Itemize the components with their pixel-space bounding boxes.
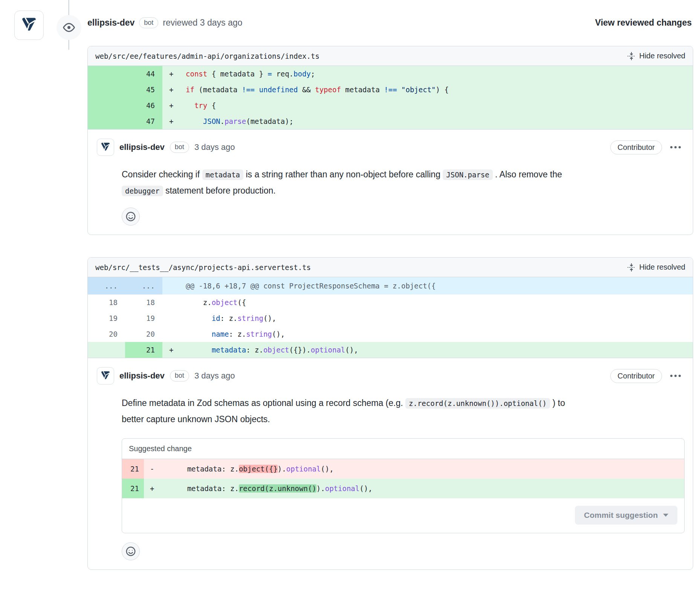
code-segment: parse: [225, 117, 246, 125]
comment-bot-badge: bot: [170, 142, 189, 153]
reaction-smiley-button[interactable]: [122, 208, 140, 226]
diff-marker: +: [162, 113, 180, 129]
diff-marker: +: [144, 479, 161, 498]
line-number: 21: [122, 459, 144, 479]
code-segment: record(z.unknown(): [239, 484, 316, 493]
line-number-old: ...: [88, 277, 125, 294]
code-segment: id: [212, 314, 220, 322]
review-action: reviewed 3 days ago: [163, 18, 242, 28]
ellipsis-logo-icon: [99, 141, 112, 153]
code-segment: optional: [325, 484, 360, 493]
suggestion-diff: 21- metadata: z.object({}).optional(),21…: [122, 459, 684, 498]
diff-row: 2020 name: z.string(),: [88, 326, 693, 342]
line-number-old: [88, 113, 125, 129]
code-segment: object: [263, 346, 289, 354]
code-segment: (metadata);: [246, 117, 293, 125]
hide-resolved-button[interactable]: Hide resolved: [627, 52, 685, 60]
comment-body: Consider checking if metadata is a strin…: [122, 166, 684, 198]
kebab-menu-button[interactable]: [667, 142, 684, 152]
suggestion-header: Suggested change: [122, 439, 684, 459]
review-author[interactable]: ellipsis-dev: [87, 18, 134, 28]
diff-marker: -: [144, 459, 161, 479]
diff-row: 45+if (metadata !== undefined && typeof …: [88, 82, 693, 98]
fold-icon: [627, 52, 636, 60]
comment-header: ellipsis-dev bot 3 days ago Contributor: [97, 139, 684, 156]
line-number-new: ...: [125, 277, 162, 294]
diff-table: 44+const { metadata } = req.body;45+if (…: [88, 66, 693, 129]
diff-row: 44+const { metadata } = req.body;: [88, 66, 693, 82]
line-number-new: 18: [125, 294, 162, 310]
diff-marker: [162, 310, 180, 326]
comment-text-segment: Define metadata in Zod schemas as option…: [122, 398, 405, 408]
code-segment: optional: [286, 465, 321, 473]
code-segment: (),: [263, 314, 276, 322]
file-path[interactable]: web/src/__tests__/async/projects-api.ser…: [95, 263, 311, 272]
code-segment: metadata: z.: [161, 465, 239, 473]
code-segment: [397, 85, 401, 94]
ellipsis-logo-icon: [19, 15, 39, 35]
hide-resolved-button[interactable]: Hide resolved: [627, 263, 685, 272]
diff-marker: +: [162, 342, 180, 358]
comment-avatar[interactable]: [97, 367, 114, 385]
code-segment: [186, 346, 212, 354]
contributor-badge: Contributor: [610, 140, 662, 154]
comment-header: ellipsis-dev bot 3 days ago Contributor: [97, 367, 684, 385]
code-segment: [186, 314, 212, 322]
inline-code: debugger: [122, 186, 163, 196]
reaction-smiley-button[interactable]: [122, 542, 140, 560]
comment-timestamp[interactable]: 3 days ago: [194, 142, 235, 152]
comment-text-segment: better capture unknown JSON objects.: [122, 414, 270, 424]
code-segment: try: [194, 101, 207, 110]
hide-resolved-label: Hide resolved: [639, 263, 685, 272]
diff-marker: +: [162, 66, 180, 82]
code-segment: (metadata: [194, 85, 242, 94]
comment-avatar[interactable]: [97, 139, 114, 156]
line-number-old: [88, 98, 125, 113]
kebab-menu-button[interactable]: [667, 371, 684, 381]
commit-suggestion-button[interactable]: Commit suggestion: [575, 506, 677, 525]
line-number-new: 46: [125, 98, 162, 113]
comment-text-segment: Consider checking if: [122, 169, 202, 179]
comment-author[interactable]: ellipsis-dev: [119, 142, 165, 152]
hunk-row: ......@@ -18,6 +18,7 @@ const ProjectRes…: [88, 277, 693, 294]
code-segment: [186, 101, 194, 110]
pr-review-timeline: ellipsis-dev bot reviewed 3 days ago Vie…: [0, 0, 700, 589]
diff-marker: [162, 294, 180, 310]
view-reviewed-changes-link[interactable]: View reviewed changes: [595, 18, 692, 28]
code-segment: (),: [272, 330, 285, 338]
comment-text-segment: is a string rather than any non-object b…: [243, 169, 443, 179]
line-number: 21: [122, 479, 144, 498]
code-segment: .: [220, 117, 225, 125]
code-line: metadata: z.object({}).optional(),: [161, 459, 684, 479]
code-segment: const: [186, 70, 207, 78]
code-segment: &&: [298, 85, 315, 94]
suggestion-box: Suggested change 21- metadata: z.object(…: [122, 438, 685, 533]
diff-row: 1818 z.object({: [88, 294, 693, 310]
line-number-old: [88, 66, 125, 82]
comment-timestamp[interactable]: 3 days ago: [194, 371, 235, 381]
dropdown-caret-icon: [663, 514, 668, 517]
code-segment: name: [212, 330, 229, 338]
comment-author[interactable]: ellipsis-dev: [119, 371, 165, 381]
review-comment: ellipsis-dev bot 3 days ago Contributor …: [88, 358, 693, 569]
comment-text-segment: . Also remove the: [493, 169, 562, 179]
line-number-new: 44: [125, 66, 162, 82]
code-segment: ;: [311, 70, 315, 78]
code-segment: {: [207, 101, 216, 110]
review-avatar[interactable]: [14, 11, 44, 40]
file-path[interactable]: web/src/ee/features/admin-api/organizati…: [95, 52, 319, 60]
code-segment: ).: [316, 484, 325, 493]
diff-marker: [162, 277, 180, 294]
smiley-icon: [125, 546, 136, 557]
diff-row: 21+ metadata: z.object({}).optional(),: [88, 342, 693, 358]
diff-row: 47+ JSON.parse(metadata);: [88, 113, 693, 129]
kebab-icon: [670, 375, 672, 377]
code-segment: req.: [272, 70, 293, 78]
code-segment: (),: [321, 465, 333, 473]
code-segment: [186, 117, 203, 125]
code-segment: metadata: [341, 85, 384, 94]
line-number-old: 19: [88, 310, 125, 326]
code-line: const { metadata } = req.body;: [180, 66, 693, 82]
eye-icon: [63, 21, 75, 34]
code-line: name: z.string(),: [180, 326, 693, 342]
